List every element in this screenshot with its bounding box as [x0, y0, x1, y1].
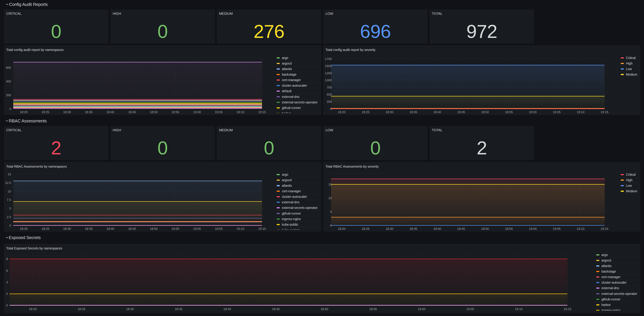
svg-text:18:35: 18:35 — [175, 307, 182, 311]
svg-text:19:05: 19:05 — [553, 227, 560, 231]
svg-text:12.5: 12.5 — [5, 181, 11, 185]
svg-text:18:25: 18:25 — [362, 110, 370, 114]
svg-text:19:05: 19:05 — [215, 110, 222, 114]
svg-text:5: 5 — [330, 210, 332, 214]
svg-text:500: 500 — [326, 93, 332, 96]
svg-text:0: 0 — [10, 107, 11, 111]
svg-text:19:00: 19:00 — [193, 110, 201, 114]
svg-text:10: 10 — [8, 190, 11, 193]
svg-text:18:45: 18:45 — [457, 110, 465, 114]
svg-text:1250: 1250 — [325, 71, 332, 75]
svg-text:1750: 1750 — [325, 57, 332, 61]
svg-text:18:20: 18:20 — [20, 110, 28, 114]
svg-text:18:55: 18:55 — [172, 110, 179, 114]
svg-text:18:45: 18:45 — [272, 307, 280, 311]
svg-text:18:50: 18:50 — [481, 227, 489, 231]
svg-text:19:10: 19:10 — [236, 227, 244, 231]
svg-text:18:55: 18:55 — [505, 227, 513, 231]
svg-text:18:25: 18:25 — [78, 307, 85, 311]
svg-text:18:45: 18:45 — [128, 227, 136, 231]
svg-text:7.5: 7.5 — [7, 198, 11, 202]
svg-text:18:55: 18:55 — [369, 307, 377, 311]
svg-text:18:25: 18:25 — [362, 227, 370, 231]
svg-text:19:05: 19:05 — [215, 227, 222, 231]
svg-text:400: 400 — [6, 80, 11, 83]
svg-text:19:15: 19:15 — [564, 307, 571, 311]
svg-text:18:30: 18:30 — [386, 227, 394, 231]
svg-text:18:50: 18:50 — [150, 110, 158, 114]
svg-text:18:55: 18:55 — [505, 110, 513, 114]
svg-text:200: 200 — [6, 93, 11, 97]
svg-text:19:00: 19:00 — [418, 307, 426, 311]
svg-text:18:30: 18:30 — [126, 307, 134, 311]
svg-text:19:15: 19:15 — [600, 110, 608, 114]
svg-text:18:40: 18:40 — [433, 110, 441, 114]
svg-text:19:10: 19:10 — [515, 307, 523, 311]
svg-text:0: 0 — [6, 304, 8, 307]
svg-text:600: 600 — [6, 66, 11, 69]
svg-text:19:15: 19:15 — [258, 110, 266, 114]
svg-text:18:20: 18:20 — [20, 227, 28, 231]
svg-text:18:30: 18:30 — [386, 110, 394, 114]
svg-text:18:35: 18:35 — [85, 110, 92, 114]
svg-text:1500: 1500 — [325, 64, 332, 68]
svg-text:18:20: 18:20 — [338, 110, 346, 114]
svg-text:18:55: 18:55 — [172, 227, 179, 231]
svg-text:19:00: 19:00 — [529, 110, 537, 114]
svg-text:19:05: 19:05 — [466, 307, 474, 311]
svg-text:19:15: 19:15 — [600, 227, 608, 231]
svg-text:18:25: 18:25 — [42, 110, 49, 114]
svg-text:18:50: 18:50 — [481, 110, 489, 114]
svg-text:18:35: 18:35 — [85, 227, 92, 231]
svg-text:18:45: 18:45 — [457, 227, 465, 231]
svg-text:2: 2 — [6, 292, 8, 296]
svg-text:19:15: 19:15 — [258, 227, 266, 231]
svg-text:18:40: 18:40 — [433, 227, 441, 231]
svg-text:0: 0 — [10, 224, 11, 227]
svg-text:15: 15 — [8, 173, 11, 176]
svg-text:18:35: 18:35 — [410, 227, 417, 231]
svg-text:19:10: 19:10 — [236, 110, 244, 114]
svg-text:750: 750 — [326, 86, 332, 89]
svg-text:6: 6 — [6, 269, 8, 273]
svg-text:18:20: 18:20 — [338, 227, 346, 231]
svg-text:18:35: 18:35 — [410, 110, 417, 114]
svg-text:19:10: 19:10 — [577, 110, 584, 114]
svg-text:19:05: 19:05 — [553, 110, 560, 114]
svg-text:18:45: 18:45 — [128, 110, 136, 114]
svg-text:18:50: 18:50 — [150, 227, 158, 231]
svg-text:5: 5 — [10, 207, 11, 210]
svg-text:18:40: 18:40 — [106, 227, 114, 231]
svg-text:18:25: 18:25 — [42, 227, 49, 231]
svg-text:18:40: 18:40 — [223, 307, 231, 311]
svg-text:18:30: 18:30 — [63, 227, 71, 231]
svg-text:2.5: 2.5 — [7, 215, 11, 219]
svg-text:19:00: 19:00 — [193, 227, 201, 231]
svg-text:18:40: 18:40 — [106, 110, 114, 114]
svg-text:19:00: 19:00 — [529, 227, 537, 231]
svg-text:18:30: 18:30 — [63, 110, 71, 114]
svg-text:18:20: 18:20 — [29, 307, 37, 311]
svg-text:8: 8 — [6, 257, 8, 261]
svg-text:4: 4 — [6, 281, 8, 284]
svg-text:250: 250 — [326, 100, 332, 103]
svg-text:19:10: 19:10 — [577, 227, 584, 231]
svg-text:18:50: 18:50 — [320, 307, 328, 311]
